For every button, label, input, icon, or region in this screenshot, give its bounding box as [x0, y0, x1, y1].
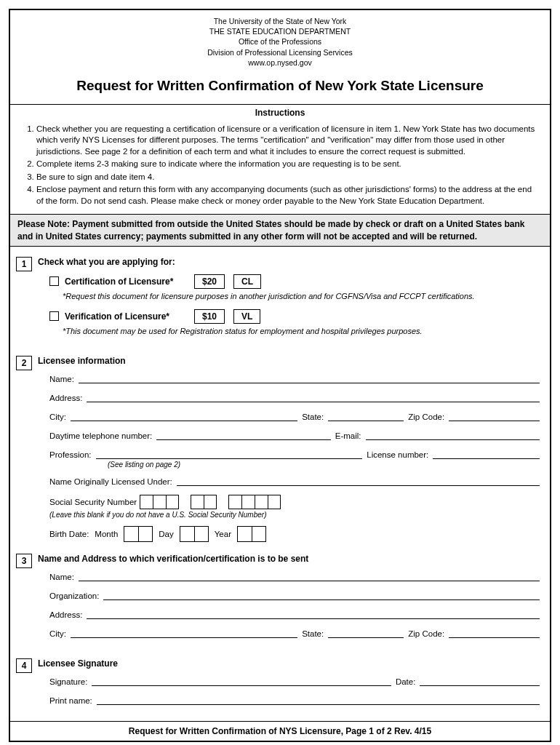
address-field[interactable]: [87, 392, 540, 402]
instructions-heading: Instructions: [10, 105, 550, 121]
recip-address-field[interactable]: [87, 609, 540, 619]
email-label: E-mail:: [335, 431, 361, 440]
header-line3: Office of the Professions: [10, 36, 550, 47]
recip-name-field[interactable]: [79, 571, 540, 581]
ssn-group-2[interactable]: [191, 495, 217, 509]
recip-zip-label: Zip Code:: [408, 629, 444, 638]
day-label: Day: [159, 530, 173, 538]
recip-state-label: State:: [302, 629, 324, 638]
recip-city-field[interactable]: [71, 628, 297, 638]
option-certification: Certification of Licensure* $20 CL: [49, 274, 540, 289]
orig-name-label: Name Originally Licensed Under:: [49, 477, 172, 486]
month-label: Month: [95, 530, 118, 538]
certification-label: Certification of Licensure*: [65, 276, 188, 287]
state-label: State:: [302, 413, 324, 421]
section-2: 2 Licensee information Name: Address: Ci…: [10, 351, 550, 549]
zip-label: Zip Code:: [408, 413, 444, 421]
checkbox-verification[interactable]: [49, 311, 59, 321]
section-3: 3 Name and Address to which verification…: [10, 549, 550, 654]
ssn-label: Social Security Number: [49, 498, 137, 506]
header-line2: THE STATE EDUCATION DEPARTMENT: [10, 26, 550, 36]
profession-subnote: (See listing on page 2): [108, 461, 540, 469]
print-name-field[interactable]: [97, 695, 540, 705]
certification-desc: *Request this document for licensure pur…: [63, 292, 540, 300]
name-field[interactable]: [79, 373, 540, 383]
recip-name-label: Name:: [49, 573, 74, 581]
option-verification: Verification of Licensure* $10 VL: [49, 309, 540, 324]
signature-field[interactable]: [92, 676, 391, 686]
recip-org-label: Organization:: [49, 591, 99, 600]
page-footer: Request for Written Confirmation of NYS …: [10, 721, 550, 741]
section-1-title: Check what you are applying for:: [38, 257, 540, 267]
phone-label: Daytime telephone number:: [49, 431, 152, 440]
name-label: Name:: [49, 375, 74, 383]
section-4: 4 Licensee Signature Signature: Date: Pr…: [10, 654, 550, 721]
page-title: Request for Written Confirmation of New …: [10, 71, 550, 104]
ssn-group-3[interactable]: [228, 495, 281, 509]
instruction-4: Enclose payment and return this form wit…: [36, 184, 537, 207]
verification-desc: *This document may be used for Registrat…: [63, 327, 540, 335]
section-number: 2: [16, 356, 32, 370]
date-label: Date:: [396, 677, 416, 686]
section-1: 1 Check what you are applying for: Certi…: [10, 252, 550, 351]
section-4-title: Licensee Signature: [38, 658, 540, 669]
letterhead: The University of the State of New York …: [10, 10, 550, 71]
year-label: Year: [215, 530, 231, 538]
ssn-note: (Leave this blank if you do not have a U…: [49, 511, 540, 519]
section-2-title: Licensee information: [38, 356, 540, 366]
address-label: Address:: [49, 394, 82, 402]
city-field[interactable]: [71, 411, 297, 421]
header-url: www.op.nysed.gov: [10, 57, 550, 68]
recip-city-label: City:: [49, 629, 66, 638]
instruction-3: Be sure to sign and date item 4.: [36, 172, 537, 183]
instructions-block: Check whether you are requesting a certi…: [10, 121, 550, 215]
certification-price: $20: [194, 274, 225, 289]
instruction-2: Complete items 2-3 making sure to indica…: [36, 159, 537, 170]
print-name-label: Print name:: [49, 696, 92, 705]
verification-code: VL: [233, 309, 260, 324]
ssn-group-1[interactable]: [140, 495, 179, 509]
section-number: 3: [16, 554, 32, 568]
verification-label: Verification of Licensure*: [65, 311, 188, 322]
signature-label: Signature:: [49, 677, 87, 686]
license-field[interactable]: [433, 449, 540, 459]
month-field[interactable]: [124, 526, 153, 542]
profession-label: Profession:: [49, 450, 92, 459]
day-field[interactable]: [180, 526, 209, 542]
section-number: 1: [16, 257, 32, 271]
verification-price: $10: [194, 309, 225, 324]
orig-name-field[interactable]: [177, 476, 540, 486]
form-container: The University of the State of New York …: [9, 9, 551, 742]
recip-state-field[interactable]: [328, 628, 404, 638]
instruction-1: Check whether you are requesting a certi…: [36, 124, 537, 158]
phone-field[interactable]: [156, 430, 330, 440]
email-field[interactable]: [366, 430, 540, 440]
license-label: License number:: [367, 450, 428, 459]
year-field[interactable]: [237, 526, 266, 542]
certification-code: CL: [233, 274, 261, 289]
date-field[interactable]: [420, 676, 540, 686]
city-label: City:: [49, 413, 66, 421]
section-number: 4: [16, 658, 32, 673]
zip-field[interactable]: [449, 411, 540, 421]
recip-zip-field[interactable]: [449, 628, 540, 638]
header-line4: Division of Professional Licensing Servi…: [10, 47, 550, 57]
recip-address-label: Address:: [49, 610, 82, 619]
state-field[interactable]: [328, 411, 404, 421]
recip-org-field[interactable]: [103, 590, 540, 600]
checkbox-certification[interactable]: [49, 276, 59, 286]
payment-note: Please Note: Payment submitted from outs…: [10, 214, 550, 246]
birth-label: Birth Date:: [49, 530, 89, 538]
header-line1: The University of the State of New York: [10, 16, 550, 26]
section-3-title: Name and Address to which verification/c…: [38, 554, 540, 564]
profession-field[interactable]: [96, 449, 363, 459]
